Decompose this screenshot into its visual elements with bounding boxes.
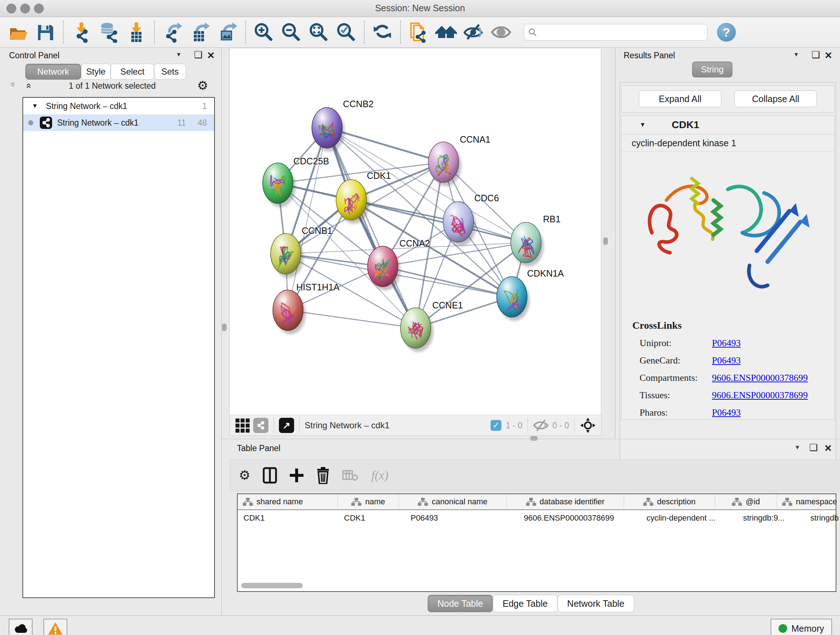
network-node-CDK1[interactable] bbox=[336, 180, 366, 220]
refresh-icon[interactable] bbox=[371, 21, 393, 43]
crosslink-uniprot-link[interactable]: P06493 bbox=[712, 338, 741, 348]
tab-network[interactable]: Network bbox=[25, 64, 81, 80]
tab-network-table[interactable]: Network Table bbox=[557, 595, 634, 612]
network-collection-row[interactable]: ▼ String Network – cdk1 1 bbox=[23, 98, 214, 114]
crosslink-genecard-link[interactable]: P06493 bbox=[712, 355, 741, 366]
open-session-icon[interactable] bbox=[6, 21, 29, 43]
save-session-icon[interactable] bbox=[34, 21, 57, 43]
import-network-file-icon[interactable] bbox=[70, 21, 93, 43]
network-overview-icon[interactable] bbox=[253, 418, 268, 433]
show-eye-icon[interactable] bbox=[490, 21, 512, 43]
collection-expand-icon[interactable]: ▼ bbox=[32, 103, 38, 110]
birdseye-crosshair-icon[interactable] bbox=[579, 417, 596, 434]
network-node-CCNB2[interactable] bbox=[312, 108, 342, 148]
cell-database-identifier[interactable]: 9606.ENSP00000378699 bbox=[518, 513, 641, 523]
cell-canonical-name[interactable]: P06493 bbox=[405, 513, 518, 523]
crosslink-label: Compartments: bbox=[639, 372, 712, 383]
network-row[interactable]: String Network – cdk1 11 48 bbox=[23, 114, 214, 131]
tab-edge-table[interactable]: Edge Table bbox=[493, 595, 557, 612]
column-header[interactable]: canonical name bbox=[399, 494, 507, 509]
zoom-fit-icon[interactable] bbox=[308, 21, 330, 43]
tab-select[interactable]: Select bbox=[111, 64, 154, 80]
delete-table-icon[interactable] bbox=[342, 469, 359, 481]
results-panel-float-icon[interactable]: ❏ bbox=[812, 49, 820, 60]
node-label-CDKN1A: CDKN1A bbox=[527, 268, 564, 279]
crosslink-compartments-link[interactable]: 9606.ENSP00000378699 bbox=[712, 372, 808, 383]
results-tab-string[interactable]: String bbox=[692, 62, 733, 78]
network-options-gear-icon[interactable]: ⚙ bbox=[197, 78, 208, 93]
detach-view-icon[interactable]: ↗ bbox=[279, 418, 294, 433]
memory-button[interactable]: Memory bbox=[771, 619, 832, 635]
import-table-file-icon[interactable] bbox=[125, 21, 148, 43]
table-panel-float-icon[interactable]: ❏ bbox=[809, 442, 818, 453]
results-panel-close-icon[interactable]: ✕ bbox=[824, 50, 832, 61]
add-column-icon[interactable] bbox=[289, 467, 304, 484]
column-header[interactable]: shared name bbox=[238, 494, 338, 509]
warning-status-button[interactable] bbox=[43, 619, 67, 635]
export-network-icon[interactable] bbox=[161, 21, 184, 43]
show-columns-icon[interactable] bbox=[263, 467, 277, 484]
network-edge[interactable] bbox=[288, 310, 416, 328]
column-header[interactable]: @id bbox=[715, 494, 777, 509]
results-panel-menu-icon[interactable]: ▼ bbox=[793, 51, 799, 58]
gene-collapse-icon[interactable]: ▼ bbox=[639, 121, 646, 128]
horizontal-scrollbar[interactable] bbox=[241, 583, 303, 588]
expand-all-icon[interactable]: » bbox=[25, 81, 30, 90]
control-panel-close-icon[interactable]: ✕ bbox=[207, 50, 215, 61]
zoom-in-icon[interactable] bbox=[253, 21, 275, 43]
export-table-icon[interactable] bbox=[189, 21, 211, 43]
tab-style[interactable]: Style bbox=[81, 64, 111, 80]
collection-count: 1 bbox=[202, 101, 207, 111]
left-splitter-handle[interactable] bbox=[222, 324, 226, 331]
zoom-out-icon[interactable] bbox=[280, 21, 302, 43]
cloud-status-button[interactable] bbox=[9, 619, 33, 635]
search-input[interactable] bbox=[537, 27, 691, 37]
column-header[interactable]: description bbox=[624, 494, 715, 509]
grid-view-icon[interactable] bbox=[235, 418, 249, 432]
control-panel-menu-icon[interactable]: ▼ bbox=[176, 51, 182, 58]
collapse-all-button[interactable]: Collapse All bbox=[734, 90, 817, 107]
table-panel-close-icon[interactable]: ✕ bbox=[824, 443, 832, 454]
tab-sets[interactable]: Sets bbox=[154, 64, 186, 80]
network-type-icon bbox=[40, 117, 52, 129]
control-panel-float-icon[interactable]: ❏ bbox=[194, 49, 202, 60]
hide-glass-eye-icon[interactable] bbox=[462, 21, 485, 43]
table-settings-gear-icon[interactable]: ⚙ bbox=[239, 468, 250, 483]
hidden-eye-icon[interactable] bbox=[533, 419, 549, 432]
function-builder-icon[interactable]: f(x) bbox=[371, 469, 388, 482]
window-title: Session: New Session bbox=[0, 3, 840, 13]
network-node-CCNA2[interactable] bbox=[368, 246, 398, 287]
import-network-database-icon[interactable] bbox=[98, 21, 120, 43]
table-panel-menu-icon[interactable]: ▼ bbox=[794, 444, 800, 451]
help-icon[interactable]: ? bbox=[717, 23, 736, 42]
network-node-CDC6[interactable] bbox=[443, 202, 474, 242]
string-home-icon[interactable] bbox=[435, 21, 457, 43]
gene-description: cyclin-dependent kinase 1 bbox=[622, 134, 834, 152]
search-field[interactable] bbox=[524, 24, 707, 41]
clone-network-icon[interactable] bbox=[407, 21, 430, 43]
crosslink-tissues-link[interactable]: 9606.ENSP00000378699 bbox=[712, 390, 808, 401]
tab-node-table[interactable]: Node Table bbox=[428, 595, 493, 612]
selected-checkbox-icon[interactable]: ✓ bbox=[491, 420, 501, 431]
network-canvas[interactable]: CCNB2CCNA1CDC25BCDK1CDC6RB1CCNB1CCNA2CDK… bbox=[229, 48, 601, 416]
network-edge[interactable] bbox=[383, 266, 512, 297]
network-edge[interactable] bbox=[327, 128, 416, 328]
network-edge[interactable] bbox=[351, 200, 526, 242]
search-icon bbox=[528, 27, 537, 37]
expand-all-button[interactable]: Expand All bbox=[639, 90, 722, 107]
cell-description[interactable]: cyclin-dependent ... bbox=[641, 513, 737, 523]
zoom-selected-icon[interactable] bbox=[335, 21, 357, 43]
delete-column-trash-icon[interactable] bbox=[316, 467, 330, 484]
column-header[interactable]: database identifier bbox=[507, 494, 624, 509]
table-row[interactable]: CDK1 CDK1 P06493 9606.ENSP00000378699 cy… bbox=[238, 510, 836, 526]
crosslink-pharos-link[interactable]: P06493 bbox=[712, 407, 741, 418]
export-image-icon[interactable] bbox=[216, 21, 239, 43]
cell-id[interactable]: stringdb:9... bbox=[737, 513, 805, 523]
right-splitter-handle[interactable] bbox=[603, 238, 608, 245]
collapse-all-icon[interactable]: » bbox=[11, 80, 16, 89]
column-header[interactable]: name bbox=[338, 494, 399, 509]
cell-shared-name[interactable]: CDK1 bbox=[238, 513, 338, 523]
cell-name[interactable]: CDK1 bbox=[338, 513, 405, 523]
column-header[interactable]: namespace bbox=[777, 494, 840, 509]
cell-namespace[interactable]: stringdb bbox=[805, 513, 840, 523]
